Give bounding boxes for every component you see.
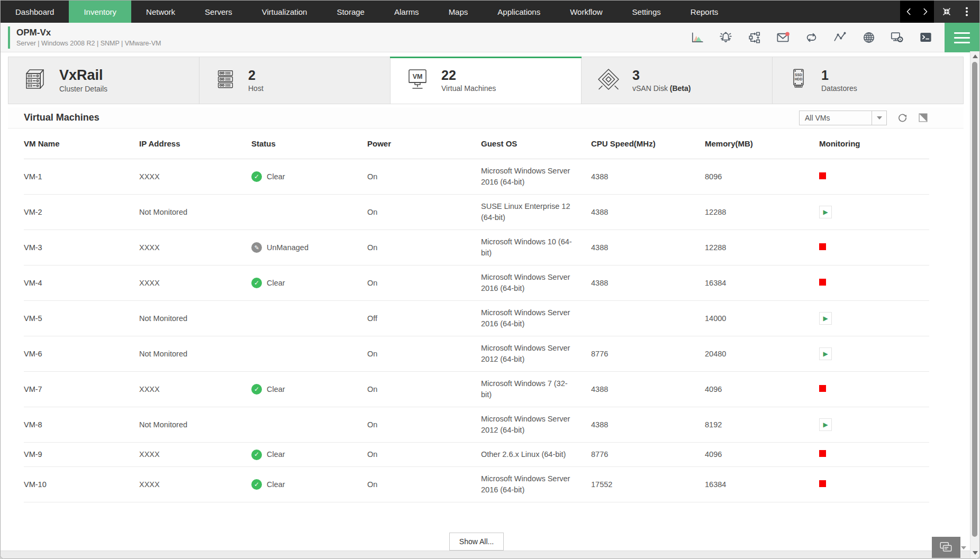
memory-cell: 20480 <box>705 349 819 360</box>
nav-item-reports[interactable]: Reports <box>676 1 733 23</box>
table-row[interactable]: VM-7XXXX✓ClearOnMicrosoft Windows 7 (32-… <box>24 372 929 407</box>
monitoring-stop-icon[interactable] <box>819 172 826 179</box>
guest-os-cell: Microsoft Windows Server 2012 (64-bit) <box>481 414 591 436</box>
ip-address-cell: Not Monitored <box>139 349 251 360</box>
device-toolbar <box>690 30 933 44</box>
status-cell: ✓Clear <box>251 171 367 182</box>
table-row[interactable]: VM-2Not MonitoredOnSUSE Linux Enterprise… <box>24 195 929 230</box>
scrollbar-thumb[interactable] <box>972 62 977 537</box>
page-scrollbar[interactable] <box>970 51 979 558</box>
monitoring-start-icon[interactable]: ▶ <box>819 347 832 360</box>
vm-filter-value: All VMs <box>800 111 872 125</box>
vm-filter-dropdown[interactable]: All VMs <box>799 111 887 125</box>
nav-item-settings[interactable]: Settings <box>618 1 676 23</box>
monitoring-start-icon[interactable]: ▶ <box>819 206 832 218</box>
table-row[interactable]: VM-4XXXX✓ClearOnMicrosoft Windows Server… <box>24 265 929 301</box>
col-monitoring[interactable]: Monitoring <box>819 139 929 148</box>
mail-unread-icon[interactable] <box>776 30 790 44</box>
more-options-icon[interactable] <box>960 5 974 19</box>
col-vm-name[interactable]: VM Name <box>24 139 139 148</box>
memory-cell: 8096 <box>705 171 819 182</box>
monitoring-stop-icon[interactable] <box>819 450 826 457</box>
guest-os-cell: Microsoft Windows Server 2012 (64-bit) <box>481 343 591 365</box>
tab-cluster-details[interactable]: VxRail Cluster Details <box>8 57 199 104</box>
nav-item-inventory[interactable]: Inventory <box>69 1 131 23</box>
table-row[interactable]: VM-10XXXX✓ClearOnMicrosoft Windows Serve… <box>24 467 929 502</box>
col-memory[interactable]: Memory(MB) <box>705 139 819 148</box>
terminal-icon[interactable] <box>919 30 933 44</box>
memory-cell: 12288 <box>705 242 819 253</box>
ip-address-cell: Not Monitored <box>139 207 251 218</box>
table-header-row: VM Name IP Address Status Power Guest OS… <box>24 129 929 159</box>
status-cell <box>251 313 367 324</box>
table-row[interactable]: VM-9XXXX✓ClearOnOther 2.6.x Linux (64-bi… <box>24 443 929 467</box>
nav-item-servers[interactable]: Servers <box>190 1 247 23</box>
table-row[interactable]: VM-3XXXX✎UnManagedOnMicrosoft Windows 10… <box>24 230 929 265</box>
feedback-chat-button[interactable] <box>932 537 960 558</box>
panel-title: Virtual Machines <box>24 112 99 123</box>
ip-address-cell: XXXX <box>139 384 251 395</box>
table-row[interactable]: VM-1XXXX✓ClearOnMicrosoft Windows Server… <box>24 159 929 195</box>
scroll-up-icon[interactable] <box>973 54 978 58</box>
device-title: OPM-Vx <box>16 28 161 38</box>
nav-forward-icon[interactable] <box>918 5 932 19</box>
nav-back-icon[interactable] <box>902 5 916 19</box>
col-status[interactable]: Status <box>251 139 367 148</box>
panel-header: Virtual Machines All VMs <box>8 107 964 129</box>
col-power[interactable]: Power <box>367 139 481 148</box>
trend-graph-icon[interactable] <box>833 30 847 44</box>
col-ip-address[interactable]: IP Address <box>139 139 251 148</box>
cpu-speed-cell: 4388 <box>591 242 705 253</box>
guest-os-text: SUSE Linux Enterprise 12 (64-bit) <box>481 201 575 223</box>
performance-chart-icon[interactable] <box>690 30 704 44</box>
tab-virtual-machines[interactable]: VM 22 Virtual Machines <box>391 57 582 104</box>
monitoring-stop-icon[interactable] <box>819 279 826 286</box>
monitoring-cell <box>819 384 929 395</box>
table-row[interactable]: VM-8Not MonitoredOnMicrosoft Windows Ser… <box>24 407 929 443</box>
nav-item-alarms[interactable]: Alarms <box>379 1 434 23</box>
nav-item-dashboard[interactable]: Dashboard <box>1 1 69 23</box>
table-row[interactable]: VM-6Not MonitoredOnMicrosoft Windows Ser… <box>24 336 929 372</box>
nav-item-workflow[interactable]: Workflow <box>555 1 617 23</box>
monitoring-stop-icon[interactable] <box>819 243 826 250</box>
device-accent-bar <box>8 26 10 49</box>
mark-icon[interactable] <box>918 113 928 123</box>
monitoring-start-icon[interactable]: ▶ <box>819 418 832 431</box>
suppress-loop-icon[interactable] <box>804 30 819 44</box>
dependency-map-icon[interactable] <box>747 30 761 44</box>
monitoring-stop-icon[interactable] <box>819 385 826 392</box>
monitoring-cell: ▶ <box>819 312 929 325</box>
tab-host[interactable]: 2 Host <box>199 57 391 104</box>
status-label: Clear <box>267 384 285 395</box>
alarm-bell-icon[interactable] <box>719 30 733 44</box>
top-nav: Dashboard Inventory Network Servers Virt… <box>1 1 979 23</box>
collapse-icon[interactable] <box>940 5 954 19</box>
monitoring-start-icon[interactable]: ▶ <box>819 312 832 325</box>
nav-item-network[interactable]: Network <box>131 1 190 23</box>
col-guest-os[interactable]: Guest OS <box>481 139 591 148</box>
nav-item-applications[interactable]: Applications <box>483 1 555 23</box>
guest-os-cell: Microsoft Windows 10 (64-bit) <box>481 236 591 259</box>
monitoring-cell <box>819 242 929 253</box>
col-cpu-speed[interactable]: CPU Speed(MHz) <box>591 139 705 148</box>
tab-datastores[interactable]: SSD HDD 1 Datastores <box>773 57 963 104</box>
monitoring-cell <box>819 479 929 490</box>
refresh-icon[interactable] <box>897 113 908 123</box>
vm-name-cell: VM-3 <box>24 242 139 253</box>
chevron-down-icon[interactable] <box>872 111 886 125</box>
scroll-down-icon[interactable] <box>973 551 978 555</box>
show-all-button[interactable]: Show All... <box>449 533 504 551</box>
nav-item-storage[interactable]: Storage <box>322 1 379 23</box>
globe-icon[interactable] <box>861 30 876 44</box>
power-cell: Off <box>367 313 481 324</box>
remote-session-icon[interactable] <box>890 30 904 44</box>
menu-hamburger-icon[interactable] <box>945 23 979 52</box>
tab-vsan-disk[interactable]: 3 vSAN Disk (Beta) <box>582 57 773 104</box>
guest-os-text: Microsoft Windows Server 2016 (64-bit) <box>481 473 575 496</box>
nav-item-maps[interactable]: Maps <box>434 1 483 23</box>
monitoring-stop-icon[interactable] <box>819 480 826 487</box>
status-cell: ✓Clear <box>251 449 367 460</box>
inner-scroll-down-icon[interactable] <box>961 546 966 549</box>
nav-item-virtualization[interactable]: Virtualization <box>247 1 322 23</box>
table-row[interactable]: VM-5Not MonitoredOffMicrosoft Windows Se… <box>24 301 929 336</box>
